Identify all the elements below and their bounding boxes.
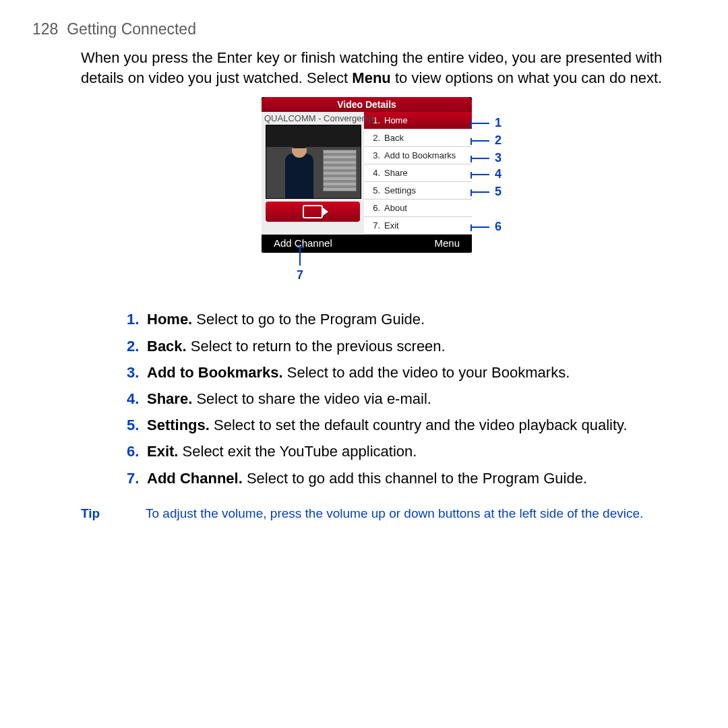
menu-item-share[interactable]: 4. Share <box>364 164 472 182</box>
menu-label: Back <box>384 129 404 146</box>
menu-item-exit[interactable]: 7. Exit <box>364 217 472 235</box>
phone-screenshot: Video Details QUALCOMM - Convergence <box>262 97 472 253</box>
video-title: QUALCOMM - Convergence <box>262 112 364 125</box>
callout-6: 6 <box>471 220 502 234</box>
intro-post: to view options on what you can do next. <box>391 69 662 86</box>
numbered-list: 1. Home. Select to go to the Program Gui… <box>100 307 696 489</box>
tip-block: Tip To adjust the volume, press the volu… <box>81 505 696 522</box>
list-item: 3. Add to Bookmarks. Select to add the v… <box>127 361 696 384</box>
callout-1: 1 <box>471 116 502 130</box>
intro-bold: Menu <box>352 69 390 86</box>
menu-label: Share <box>384 164 408 181</box>
tip-text: To adjust the volume, press the volume u… <box>146 505 643 522</box>
figure: Video Details QUALCOMM - Convergence <box>32 97 696 293</box>
record-button[interactable] <box>266 202 360 222</box>
callout-5: 5 <box>471 185 502 199</box>
menu-label: Settings <box>384 182 416 199</box>
page-number: 128 <box>32 20 58 38</box>
callout-7: 7 <box>297 247 303 282</box>
menu-item-settings[interactable]: 5. Settings <box>364 182 472 200</box>
menu-label: Exit <box>384 217 399 234</box>
callout-4: 4 <box>471 167 502 181</box>
menu-item-home[interactable]: 1. Home <box>364 112 472 129</box>
softkey-menu[interactable]: Menu <box>434 237 460 249</box>
section-title: Getting Connected <box>67 20 196 38</box>
list-item: 7. Add Channel. Select to go add this ch… <box>127 466 696 490</box>
camera-icon <box>303 205 323 218</box>
list-item: 5. Settings. Select to set the default c… <box>127 413 696 437</box>
menu-label: Home <box>384 112 408 129</box>
menu-label: Add to Bookmarks <box>384 147 456 164</box>
phone-title: Video Details <box>262 97 472 112</box>
list-item: 2. Back. Select to return to the previou… <box>127 334 696 358</box>
page-header: 128 Getting Connected <box>32 20 696 38</box>
list-item: 1. Home. Select to go to the Program Gui… <box>127 307 696 331</box>
tip-label: Tip <box>81 505 146 522</box>
menu-item-bookmarks[interactable]: 3. Add to Bookmarks <box>364 147 472 164</box>
menu-item-about[interactable]: 6. About <box>364 200 472 217</box>
menu-item-back[interactable]: 2. Back <box>364 129 472 147</box>
menu-label: About <box>384 200 407 216</box>
list-item: 4. Share. Select to share the video via … <box>127 387 696 411</box>
intro-paragraph: When you press the Enter key or finish w… <box>81 48 696 88</box>
callout-2: 2 <box>471 133 502 148</box>
video-thumbnail <box>266 125 361 199</box>
list-item: 6. Exit. Select exit the YouTube applica… <box>127 439 696 463</box>
callout-3: 3 <box>471 151 502 165</box>
context-menu: 1. Home 2. Back 3. Add to Bookmarks 4. S… <box>364 112 472 235</box>
